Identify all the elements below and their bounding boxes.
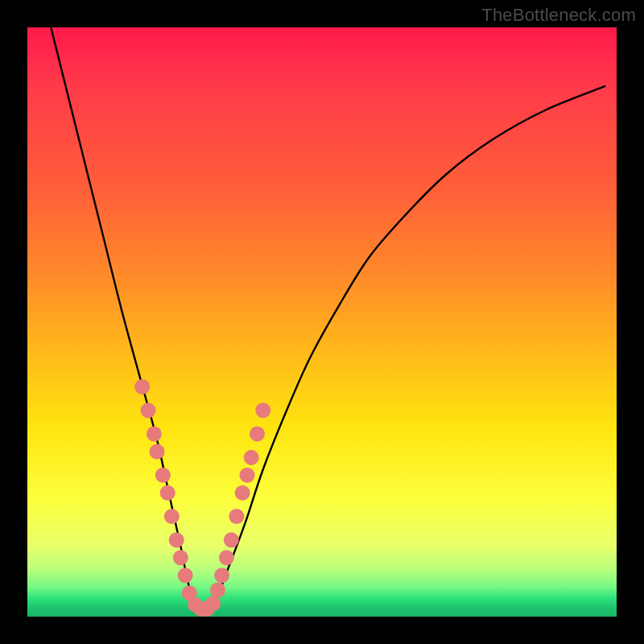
- marker-dot: [214, 568, 229, 583]
- chart-frame: TheBottleneck.com: [0, 0, 644, 644]
- marker-dot: [229, 509, 244, 524]
- highlighted-points: [134, 379, 270, 617]
- marker-dot: [160, 485, 175, 501]
- marker-dot: [255, 402, 270, 418]
- marker-dot: [244, 450, 259, 465]
- marker-dot: [250, 427, 265, 442]
- marker-dot: [178, 568, 193, 583]
- plot-area: [27, 27, 617, 617]
- marker-dot: [147, 427, 162, 442]
- marker-dot: [150, 444, 165, 460]
- marker-dot: [240, 468, 255, 483]
- marker-dot: [219, 550, 234, 565]
- marker-dot: [173, 550, 188, 565]
- marker-dot: [235, 485, 250, 501]
- marker-dot: [141, 402, 156, 418]
- marker-dot: [169, 532, 184, 547]
- curve-layer: [27, 27, 617, 617]
- marker-dot: [134, 379, 150, 394]
- marker-dot: [205, 596, 221, 611]
- bottleneck-curve: [51, 27, 605, 613]
- marker-dot: [224, 532, 239, 547]
- marker-dot: [210, 583, 225, 598]
- marker-dot: [164, 509, 180, 524]
- marker-dot: [155, 468, 171, 483]
- watermark-text: TheBottleneck.com: [481, 5, 636, 26]
